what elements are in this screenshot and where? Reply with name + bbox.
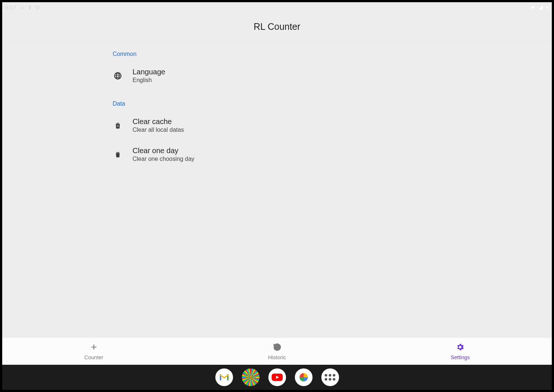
setting-clear-one-day[interactable]: Clear one day Clear one choosing day [113,140,444,169]
dock-youtube[interactable] [268,368,286,386]
setting-subtitle: English [133,77,165,84]
nav-counter[interactable]: Counter [2,338,186,365]
settings-list: Common Language English [113,49,444,169]
dock-all-apps[interactable] [321,368,339,386]
globe-icon [113,71,123,80]
app-bar: RL Counter [2,13,552,41]
status-left: 5:07 [5,4,40,11]
section-header-data: Data [113,98,444,111]
svg-point-0 [36,6,40,10]
bottom-nav: Counter Historic Setting [2,338,552,365]
nav-settings[interactable]: Settings [368,338,552,365]
plus-icon [89,343,98,353]
setting-language[interactable]: Language English [113,61,444,90]
download-icon [20,5,25,10]
setting-clear-cache-texts: Clear cache Clear all local datas [133,117,184,133]
delete-forever-icon [113,121,123,130]
setting-title: Clear cache [133,117,184,126]
nav-label: Settings [451,354,470,360]
dock-gmail[interactable] [215,368,233,386]
setting-subtitle: Clear one choosing day [133,156,194,162]
setting-language-texts: Language English [133,68,165,84]
status-time: 5:07 [5,4,17,11]
settings-content: Common Language English [2,41,552,338]
device-screen: 5:07 [2,2,552,390]
section-header-common: Common [113,49,444,61]
setting-title: Clear one day [133,146,194,155]
nav-label: Counter [84,354,103,360]
app-title: RL Counter [254,21,300,32]
android-status-bar: 5:07 [2,2,552,13]
nav-historic[interactable]: Historic [186,338,369,365]
battery-small-icon [28,5,32,10]
battery-icon [545,4,549,10]
nav-label: Historic [268,354,286,360]
sync-circle-icon [35,5,40,10]
android-dock [2,365,552,390]
dock-google-photos[interactable] [295,368,313,386]
cell-signal-icon [538,5,544,10]
gear-icon [456,343,465,353]
dock-app-2[interactable] [242,368,260,386]
device-frame: 5:07 [0,0,554,392]
setting-subtitle: Clear all local datas [133,127,184,133]
setting-clear-one-day-texts: Clear one day Clear one choosing day [133,146,194,162]
delete-icon [113,151,123,159]
apps-grid-icon [325,374,335,381]
status-right [530,4,549,10]
setting-clear-cache[interactable]: Clear cache Clear all local datas [113,111,444,140]
wifi-icon [530,5,536,10]
setting-title: Language [133,68,165,76]
history-icon [273,343,282,353]
